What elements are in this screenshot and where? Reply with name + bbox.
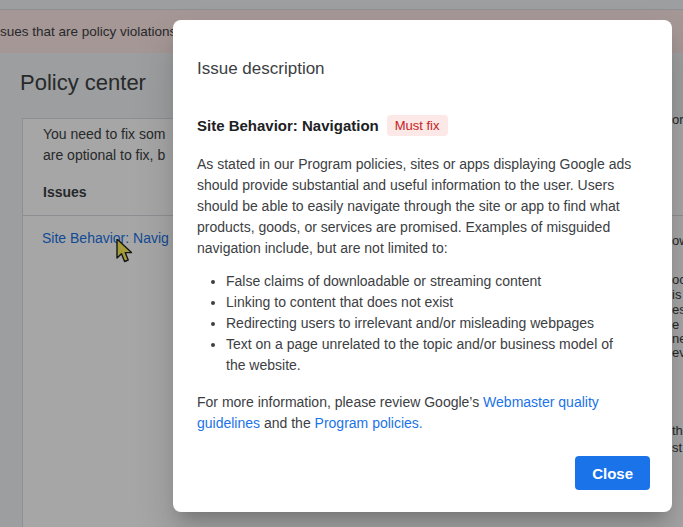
dialog-button-row: Close bbox=[575, 456, 650, 490]
more-info-text: For more information, please review Goog… bbox=[197, 392, 648, 434]
list-item: Linking to content that does not exist bbox=[226, 292, 648, 313]
more-info-text-part1: For more information, please review Goog… bbox=[197, 394, 483, 410]
issue-name: Site Behavior: Navigation bbox=[197, 117, 379, 134]
dialog-title: Issue description bbox=[197, 20, 648, 81]
must-fix-badge: Must fix bbox=[387, 115, 448, 136]
issue-description-dialog: Issue description Site Behavior: Navigat… bbox=[173, 20, 672, 512]
close-button[interactable]: Close bbox=[575, 456, 650, 490]
program-policies-link[interactable]: Program policies. bbox=[315, 415, 423, 431]
list-item: Text on a page unrelated to the topic an… bbox=[226, 334, 648, 376]
misguided-navigation-list: False claims of downloadable or streamin… bbox=[197, 271, 648, 376]
issue-heading-row: Site Behavior: Navigation Must fix bbox=[197, 115, 648, 136]
list-item: Redirecting users to irrelevant and/or m… bbox=[226, 313, 648, 334]
more-info-text-part2: and the bbox=[260, 415, 315, 431]
issue-description-text: As stated in our Program policies, sites… bbox=[197, 154, 648, 259]
list-item: False claims of downloadable or streamin… bbox=[226, 271, 648, 292]
